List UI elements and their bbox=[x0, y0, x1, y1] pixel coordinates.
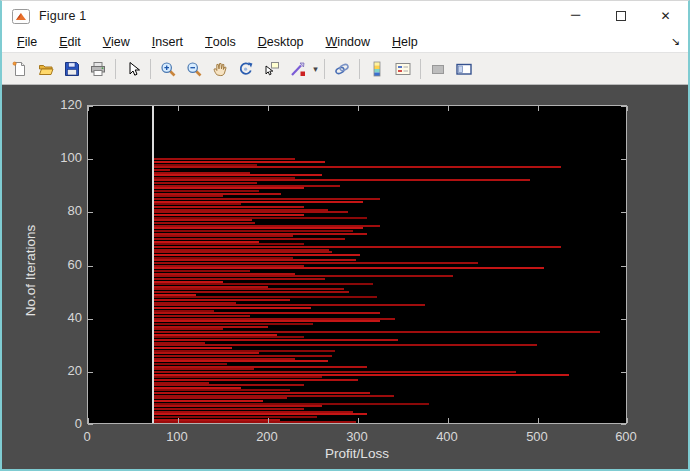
profit-bar bbox=[153, 358, 295, 360]
x-tick-label: 200 bbox=[247, 429, 287, 444]
menu-edit[interactable]: Edit bbox=[48, 31, 92, 52]
figure-window: Figure 1 ─ ✕ FileEditViewInsertToolsDesk… bbox=[0, 0, 690, 471]
axis-tick bbox=[621, 372, 626, 373]
brush-dropdown-caret-button[interactable]: ▾ bbox=[311, 64, 320, 74]
profit-bar bbox=[153, 366, 367, 368]
y-tick-label: 60 bbox=[48, 258, 82, 272]
axis-tick bbox=[88, 212, 93, 213]
profit-bar bbox=[153, 174, 322, 176]
zoom-out-button[interactable] bbox=[182, 57, 206, 81]
profit-bar bbox=[153, 350, 336, 352]
profit-bar bbox=[153, 254, 360, 256]
profit-bar bbox=[153, 185, 340, 187]
profit-bar bbox=[153, 203, 241, 205]
profit-bar bbox=[153, 302, 237, 304]
profit-bar bbox=[153, 336, 304, 338]
profit-bar bbox=[153, 363, 228, 365]
save-figure-button[interactable] bbox=[60, 57, 84, 81]
zoom-in-button[interactable] bbox=[156, 57, 180, 81]
profit-bar bbox=[153, 172, 250, 174]
show-plot-tools-button[interactable] bbox=[452, 57, 476, 81]
menu-view[interactable]: View bbox=[92, 31, 141, 52]
profit-bar bbox=[153, 291, 349, 293]
profit-bar bbox=[153, 389, 291, 391]
axis-tick bbox=[88, 159, 93, 160]
data-cursor-button[interactable] bbox=[260, 57, 284, 81]
profit-bar bbox=[153, 312, 381, 314]
axis-tick bbox=[621, 319, 626, 320]
new-figure-button[interactable] bbox=[8, 57, 32, 81]
profit-bar bbox=[153, 376, 322, 378]
profit-bar bbox=[153, 241, 259, 243]
axis-tick bbox=[178, 106, 179, 111]
profit-bar bbox=[153, 397, 287, 399]
profit-bar bbox=[153, 270, 250, 272]
menu-help[interactable]: Help bbox=[381, 31, 429, 52]
profit-bar bbox=[153, 182, 257, 184]
profit-bar bbox=[153, 310, 214, 312]
menu-desktop[interactable]: Desktop bbox=[247, 31, 315, 52]
profit-bar bbox=[153, 315, 250, 317]
profit-bar bbox=[153, 158, 295, 160]
axis-tick bbox=[88, 266, 93, 267]
figure-toolbar: ▾ bbox=[2, 53, 688, 85]
plot-area[interactable] bbox=[87, 105, 627, 424]
pan-hand-button[interactable] bbox=[208, 57, 232, 81]
title-bar[interactable]: Figure 1 ─ ✕ bbox=[2, 1, 688, 31]
profit-bar bbox=[153, 179, 530, 181]
axis-tick bbox=[621, 159, 626, 160]
profit-bar bbox=[153, 209, 329, 211]
print-figure-button[interactable] bbox=[86, 57, 110, 81]
profit-bar bbox=[153, 408, 304, 410]
profit-bar bbox=[153, 323, 313, 325]
profit-bar bbox=[153, 387, 241, 389]
profit-bar bbox=[153, 281, 223, 283]
profit-bar bbox=[153, 379, 358, 381]
profit-bar bbox=[153, 360, 329, 362]
profit-bar bbox=[153, 374, 569, 376]
dock-figure-arrow-icon[interactable]: ↘ bbox=[671, 35, 680, 48]
profit-bar bbox=[153, 206, 304, 208]
hide-plot-tools-button[interactable] bbox=[426, 57, 450, 81]
profit-bar bbox=[153, 334, 277, 336]
minimize-button[interactable]: ─ bbox=[553, 1, 598, 31]
profit-bar bbox=[153, 177, 295, 179]
maximize-icon bbox=[616, 11, 626, 21]
rotate-3d-button[interactable] bbox=[234, 57, 258, 81]
profit-bar bbox=[153, 201, 364, 203]
profit-bar bbox=[153, 243, 304, 245]
profit-bar bbox=[153, 275, 454, 277]
profit-bar bbox=[153, 214, 304, 216]
edit-cursor-button[interactable] bbox=[121, 57, 145, 81]
profit-bar bbox=[153, 384, 304, 386]
figure-canvas: No.of Iterations Profit/Loss 01002003004… bbox=[2, 85, 688, 469]
menu-insert[interactable]: Insert bbox=[141, 31, 194, 52]
profit-bar bbox=[153, 355, 332, 357]
axis-tick bbox=[621, 266, 626, 267]
profit-bar bbox=[153, 421, 356, 423]
open-file-button[interactable] bbox=[34, 57, 58, 81]
axis-tick bbox=[358, 418, 359, 423]
link-plot-button[interactable] bbox=[330, 57, 354, 81]
profit-bar bbox=[153, 382, 210, 384]
menu-tools[interactable]: Tools bbox=[194, 31, 247, 52]
maximize-button[interactable] bbox=[598, 1, 643, 31]
y-tick-label: 100 bbox=[48, 151, 82, 165]
close-button[interactable]: ✕ bbox=[643, 1, 688, 31]
profit-bar bbox=[153, 411, 353, 413]
x-tick-label: 600 bbox=[606, 429, 646, 444]
menu-window[interactable]: Window bbox=[315, 31, 381, 52]
close-icon: ✕ bbox=[660, 9, 670, 23]
profit-bar bbox=[153, 227, 364, 229]
y-tick-label: 40 bbox=[48, 311, 82, 325]
profit-bar bbox=[153, 251, 332, 253]
insert-colorbar-button[interactable] bbox=[365, 57, 389, 81]
insert-legend-button[interactable] bbox=[391, 57, 415, 81]
brush-data-button[interactable] bbox=[286, 57, 310, 81]
profit-bar bbox=[153, 190, 259, 192]
axis-tick bbox=[268, 106, 269, 111]
profit-bar bbox=[153, 235, 293, 237]
x-tick-label: 400 bbox=[427, 429, 467, 444]
menu-file[interactable]: File bbox=[6, 31, 48, 52]
profit-bar bbox=[153, 326, 268, 328]
